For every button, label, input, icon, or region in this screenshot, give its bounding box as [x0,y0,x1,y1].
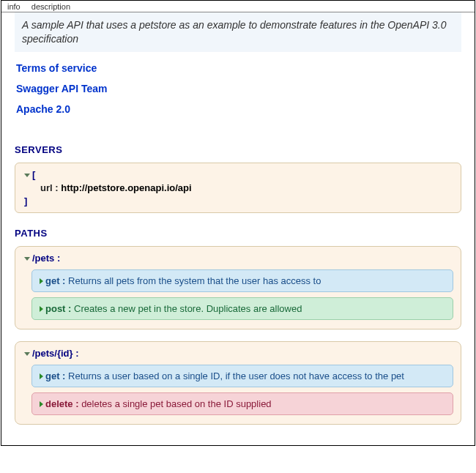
path-name: /pets/{id} : [32,348,79,359]
operation-method: get : [45,370,68,381]
path-title[interactable]: /pets : [23,253,453,264]
tab-bar: info description [1,1,475,12]
url-key: url : [40,182,59,193]
path-title[interactable]: /pets/{id} : [23,348,453,359]
operation-method: get : [45,275,68,286]
contact-link[interactable]: Swagger API Team [16,83,460,94]
operation-summary: Returns a user based on a single ID, if … [68,370,404,381]
license-link[interactable]: Apache 2.0 [16,103,460,115]
operation-get[interactable]: get : Returns a user based on a single I… [31,365,453,387]
info-links: Terms of service Swagger API Team Apache… [15,52,461,130]
url-value: http://petstore.openapi.io/api [61,182,191,193]
expand-icon[interactable] [40,401,43,407]
expand-icon[interactable] [40,306,43,312]
expand-icon[interactable] [24,174,30,177]
operation-summary: Returns all pets from the system that th… [68,275,321,286]
servers-box: [ url : http://petstore.openapi.io/api ] [15,163,461,213]
operation-method: delete : [45,398,81,409]
operation-post[interactable]: post : Creates a new pet in the store. D… [31,297,453,320]
servers-header: SERVERS [15,144,461,155]
operation-method: post : [45,303,74,314]
path-box: /pets :get : Returns all pets from the s… [15,246,461,329]
expand-icon[interactable] [40,278,43,284]
expand-icon[interactable] [40,373,43,379]
expand-icon[interactable] [24,352,30,356]
paths-container: /pets :get : Returns all pets from the s… [15,246,461,425]
tab-description[interactable]: description [31,2,70,11]
expand-icon[interactable] [24,257,30,261]
terms-of-service-link[interactable]: Terms of service [16,62,460,74]
server-entry: url : http://petstore.openapi.io/api [24,182,453,193]
operation-delete[interactable]: delete : deletes a single pet based on t… [31,392,453,415]
operation-summary: Creates a new pet in the store. Duplicat… [74,303,302,314]
tab-info[interactable]: info [7,2,21,11]
path-box: /pets/{id} :get : Returns a user based o… [15,341,461,425]
bracket-close: ] [24,195,27,206]
bracket-open: [ [32,169,35,180]
path-name: /pets : [32,253,60,264]
paths-header: PATHS [15,228,461,239]
api-description: A sample API that uses a petstore as an … [15,12,461,52]
operation-summary: deletes a single pet based on the ID sup… [81,398,271,409]
operation-get[interactable]: get : Returns all pets from the system t… [31,269,453,292]
app-frame: info description A sample API that uses … [1,0,475,446]
content-area: A sample API that uses a petstore as an … [1,12,475,425]
